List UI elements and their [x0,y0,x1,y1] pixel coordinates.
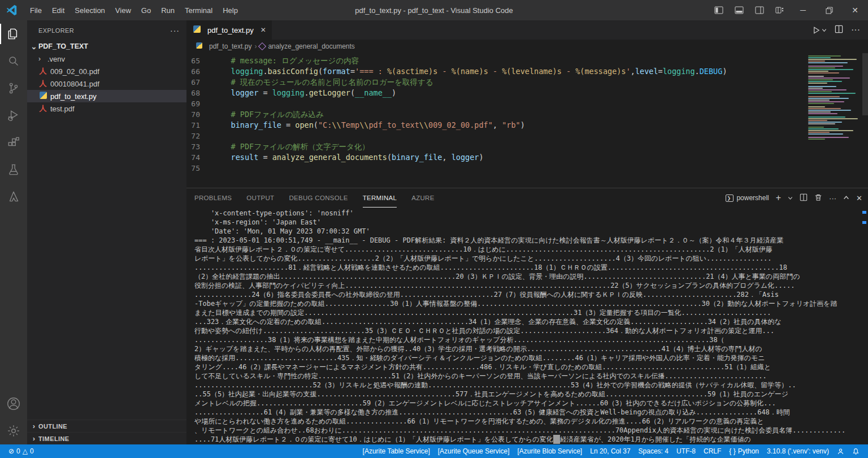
close-tab-icon[interactable]: ✕ [261,26,266,34]
toggle-secondary-sidebar-icon[interactable] [749,0,770,20]
section-timeline[interactable]: ›TIMELINE [27,432,186,444]
breadcrumb-file[interactable]: pdf_to_text.py [209,42,251,50]
azurite-queue-service[interactable]: [Azurite Queue Service] [434,444,514,458]
file-venv[interactable]: ›.venv [27,53,186,65]
line-number: 74 [186,152,212,163]
close-button[interactable]: ✕ [842,0,868,20]
code-line: 75 [186,163,868,174]
terminal-dropdown-icon[interactable] [788,194,793,202]
split-editor-icon[interactable] [835,25,843,36]
file-pdf-to-text-py[interactable]: pdf_to_text.py [27,90,186,102]
feedback-icon[interactable] [833,444,848,458]
file-label: test.pdf [50,105,75,113]
menu-item-file[interactable]: File [25,0,47,20]
line-number: 73 [186,141,212,152]
line-number: 65 [186,55,212,66]
language-mode[interactable]: { } Python [725,444,763,458]
menu-item-help[interactable]: Help [218,0,243,20]
explorer-title: EXPLORER [38,27,74,34]
menu-item-edit[interactable]: Edit [47,0,70,20]
toggle-sidebar-icon[interactable] [709,0,729,20]
restore-button[interactable] [816,0,842,20]
file-000108041-pdf[interactable]: 人000108041.pdf [27,77,186,90]
code-text: # 現在のモジュールの名前と同じ名前のロガーを取得する [212,77,433,88]
terminal-line: 役割分担の検証、人事部門のケイパビリティ向上..................… [194,281,868,290]
menu-item-go[interactable]: Go [136,0,156,20]
eol-sequence[interactable]: CRLF [700,444,725,458]
python-interpreter[interactable]: 3.10.8 ('.venv': venv) [763,444,833,458]
braces-icon: { } [729,447,735,455]
code-line: 66 logging.basicConfig(format='=== : %(a… [186,66,868,77]
panel-tab-problems[interactable]: PROBLEMS [194,188,232,208]
scrollbar-annotation [862,211,866,214]
code-line: 71 binary_file = open("C:\\Temp\\pdf_to_… [186,120,868,131]
run-python-file-button[interactable] [812,26,827,34]
menu-item-selection[interactable]: Selection [70,0,110,20]
terminal-line: 'x-ms-region': 'Japan East' [194,218,868,227]
error-icon: ⊘ [8,447,14,455]
activity-settings-icon[interactable] [0,417,27,444]
activity-testing-icon[interactable] [0,156,27,183]
panel-tab-terminal[interactable]: TERMINAL [363,188,397,208]
kill-terminal-icon[interactable] [814,193,822,203]
vscode-logo-icon [6,4,18,16]
menu-item-view[interactable]: View [110,0,136,20]
tab-pdf-to-text[interactable]: pdf_to_text.py ✕ [186,20,272,40]
encoding[interactable]: UTF-8 [672,444,700,458]
file-tree: ›.venv人009_02_00.pdf人000108041.pdfpdf_to… [27,53,186,115]
file-label: pdf_to_text.py [50,92,97,101]
line-number: 66 [186,66,212,77]
shell-selector[interactable]: ❯ powershell [726,194,769,202]
panel-tab-debug-console[interactable]: DEBUG CONSOLE [289,188,348,208]
activity-source-control-icon[interactable] [0,75,27,102]
new-terminal-icon[interactable]: + [776,193,781,203]
activity-explorer-icon[interactable] [0,20,27,47]
breadcrumb-symbol[interactable]: analyze_general_documents [268,42,354,50]
section-outline[interactable]: ›OUTLINE [27,420,186,432]
editor-scrollbar[interactable] [862,53,868,115]
file-009-02-00-pdf[interactable]: 人009_02_00.pdf [27,65,186,77]
azurite-blob-service[interactable]: [Azurite Blob Service] [513,444,586,458]
activity-search-icon[interactable] [0,47,27,75]
vscode-window: FileEditSelectionViewGoRunTerminalHelp p… [0,0,868,458]
panel-more-actions-icon[interactable]: ··· [829,194,836,202]
symbol-method-icon [258,42,266,50]
terminal-cursor [553,435,560,444]
code-text: logger = logging.getLogger(__name__) [212,88,396,98]
problems-status[interactable]: ⊘ 0 △ 0 [5,444,38,458]
code-editor[interactable]: 65 # message: ログメッセージの内容66 logging.basic… [186,53,868,188]
terminal-output[interactable]: 'x-content-type-options': 'nosniff' 'x-m… [186,208,868,444]
menu-item-run[interactable]: Run [156,0,180,20]
code-line: 67 # 現在のモジュールの名前と同じ名前のロガーを取得する [186,77,868,88]
file-label: 009_02_00.pdf [50,67,99,76]
notifications-bell-icon[interactable] [848,444,863,458]
close-panel-icon[interactable]: ✕ [856,194,862,202]
explorer-sidebar: EXPLORER ··· ⌄ PDF_TO_TEXT ›.venv人009_02… [27,20,186,444]
maximize-panel-icon[interactable] [843,194,849,202]
file-test-pdf[interactable]: 人test.pdf [27,102,186,115]
split-terminal-icon[interactable] [800,193,808,203]
minimap[interactable] [808,55,860,140]
activity-extensions-icon[interactable] [0,129,27,156]
azurite-table-service[interactable]: [Azurite Table Service] [359,444,434,458]
activity-accounts-icon[interactable] [0,390,27,417]
toggle-panel-icon[interactable] [729,0,749,20]
menu-item-terminal[interactable]: Terminal [180,0,218,20]
activity-azure-icon[interactable] [0,183,27,210]
line-number: 71 [186,120,212,131]
terminal-line: .......................81．経営戦略と人材戦略を連動させ… [194,263,868,272]
bottom-panel: PROBLEMSOUTPUTDEBUG CONSOLETERMINALAZURE… [186,188,868,444]
more-actions-icon[interactable]: ··· [851,25,860,35]
activity-run-and-debug-icon[interactable] [0,102,27,129]
cursor-position[interactable]: Ln 20, Col 37 [586,444,634,458]
panel-tab-output[interactable]: OUTPUT [246,188,274,208]
customize-layout-icon[interactable] [770,0,790,20]
terminal-line: 、リモートワークとの組み合わせ..68おわりに.................… [194,426,868,435]
tree-root-pdf-to-text[interactable]: ⌄ PDF_TO_TEXT [27,40,186,53]
panel-tab-azure[interactable]: AZURE [411,188,434,208]
indentation[interactable]: Spaces: 4 [635,444,672,458]
chevron-right-icon: › [38,55,47,63]
explorer-more-actions-icon[interactable]: ··· [170,26,180,35]
panel-tabs: PROBLEMSOUTPUTDEBUG CONSOLETERMINALAZURE [194,188,449,208]
minimize-button[interactable]: ─ [790,0,816,20]
